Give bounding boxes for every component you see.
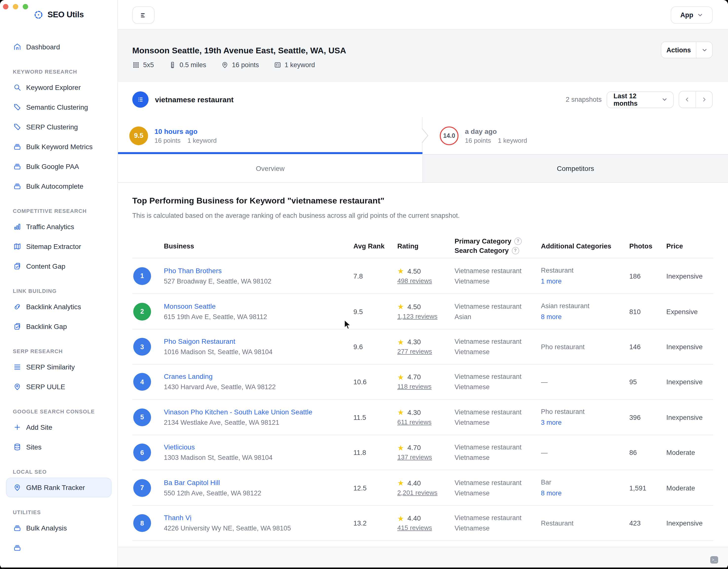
tab-competitors[interactable]: Competitors [422, 154, 728, 182]
help-icon[interactable]: ? [512, 247, 519, 254]
business-address: 1430 Harvard Ave, Seattle, WA 98122 [164, 382, 345, 392]
rank-cell: 5 [132, 408, 164, 426]
snapshot-tab-1[interactable]: 9.510 hours ago16 points1 keyword [118, 117, 422, 154]
ruler-icon [169, 61, 176, 69]
help-icon[interactable]: ? [514, 237, 522, 245]
sidebar-item-traffic-analytics[interactable]: Traffic Analytics [6, 217, 112, 236]
table-row: 8Thanh Vị4226 University Wy NE, Seattle,… [132, 506, 713, 541]
reviews-link[interactable]: 137 reviews [397, 453, 432, 461]
sidebar-item-sites[interactable]: Sites [6, 437, 112, 457]
date-range-select[interactable]: Last 12 months [607, 91, 674, 108]
actions-button[interactable]: Actions [661, 42, 696, 58]
sidebar-item-serp-uule[interactable]: SERP UULE [6, 377, 112, 397]
checklist-icon [274, 61, 281, 69]
business-meta-1-keyword: 1 keyword [274, 61, 315, 69]
reviews-link[interactable]: 277 reviews [397, 348, 432, 355]
actions-dropdown-button[interactable] [696, 42, 712, 58]
business-cell: Thanh Vị4226 University Wy NE, Seattle, … [164, 513, 345, 533]
more-categories-link[interactable]: 8 more [541, 488, 562, 498]
sidebar-item-dashboard[interactable]: Dashboard [6, 37, 112, 57]
sidebar-item-hidden[interactable] [6, 538, 112, 558]
business-link[interactable]: Cranes Landing [164, 372, 213, 381]
sidebar-item-bulk-autocomplete[interactable]: Bulk Autocomplete [6, 176, 112, 196]
business-link[interactable]: Ba Bar Capitol Hill [164, 477, 220, 487]
sidebar-item-sitemap-extractor[interactable]: Sitemap Extractor [6, 236, 112, 256]
overview-panel: Top Performing Business for Keyword "vie… [118, 183, 728, 541]
search-category: Vietnamese [455, 347, 537, 357]
sidebar-item-serp-clustering[interactable]: SERP Clustering [6, 117, 112, 137]
sidebar-section-header: KEYWORD RESEARCH [0, 69, 117, 75]
sidebar-item-keyword-explorer[interactable]: Keyword Explorer [6, 78, 112, 97]
more-categories-link[interactable]: 8 more [541, 312, 562, 322]
date-range-label: Last 12 months [613, 92, 661, 107]
close-button[interactable] [3, 4, 8, 9]
next-snapshot-button[interactable] [695, 91, 712, 108]
terminal-icon[interactable]: >_ [710, 556, 718, 564]
sidebar-item-add-site[interactable]: Add Site [6, 417, 112, 437]
app-menu-button[interactable]: App [671, 6, 713, 24]
rating-cell: ★4.402,201 reviews [389, 479, 451, 497]
app-title: SEO Utils [48, 10, 84, 19]
avg-rank-value: 13.2 [353, 520, 367, 527]
reviews-link[interactable]: 118 reviews [397, 383, 432, 390]
sidebar-item-semantic-clustering[interactable]: Semantic Clustering [6, 97, 112, 117]
keyword-list-icon [132, 91, 149, 108]
reviews-link[interactable]: 415 reviews [397, 524, 432, 531]
sidebar-item-bulk-keyword-metrics[interactable]: Bulk Keyword Metrics [6, 137, 112, 156]
avg-rank-value: 11.5 [353, 414, 366, 421]
sidebar-item-label: SERP Similarity [26, 363, 75, 371]
rank-badge: 4 [133, 373, 151, 391]
app-menu-label: App [680, 11, 693, 19]
sidebar-item-backlink-gap[interactable]: Backlink Gap [6, 317, 112, 336]
reviews-link[interactable]: 498 reviews [397, 277, 432, 284]
star-icon: ★ [397, 303, 404, 310]
photos-value: 396 [629, 414, 641, 421]
business-link[interactable]: Vinason Pho Kitchen - South Lake Union S… [164, 407, 312, 417]
lines-icon [13, 363, 21, 371]
home-icon [13, 43, 21, 51]
rating-value: 4.50 [407, 303, 421, 311]
prev-snapshot-button[interactable] [679, 91, 695, 108]
business-link[interactable]: Monsoon Seattle [164, 301, 216, 311]
sidebar-item-bulk-analysis[interactable]: Bulk Analysis [6, 518, 112, 538]
additional-category: Restaurant [541, 265, 626, 275]
avg-rank-cell: 11.8 [345, 448, 389, 457]
sidebar-section-header: GOOGLE SEARCH CONSOLE [0, 409, 117, 414]
main-area: App Monsoon Seattle, 19th Avenue East, S… [118, 0, 728, 569]
table-row: 6Vietlicious1303 Madison St, Seattle, WA… [132, 435, 713, 470]
business-address: 527 Broadway E, Seattle, WA 98102 [164, 276, 345, 286]
business-link[interactable]: Thanh Vị [164, 513, 192, 523]
sidebar-item-serp-similarity[interactable]: SERP Similarity [6, 357, 112, 377]
rank-cell: 6 [132, 444, 164, 461]
more-categories-link[interactable]: 3 more [541, 417, 562, 428]
reviews-link[interactable]: 611 reviews [397, 418, 432, 426]
table-row: 7Ba Bar Capitol Hill550 12th Ave, Seattl… [132, 470, 713, 506]
snapshot-keywords: 1 keyword [498, 136, 527, 144]
sidebar-item-bulk-google-paa[interactable]: Bulk Google PAA [6, 156, 112, 176]
tab-overview[interactable]: Overview [118, 154, 422, 182]
sidebar-item-backlink-analytics[interactable]: Backlink Analytics [6, 297, 112, 317]
snapshot-tab-2[interactable]: 14.0a day ago16 points1 keyword [422, 117, 728, 154]
avg-rank-cell: 9.5 [345, 307, 389, 316]
zoom-button[interactable] [23, 4, 28, 9]
reviews-link[interactable]: 1,123 reviews [397, 313, 438, 320]
more-categories-link[interactable]: 1 more [541, 276, 562, 287]
business-link[interactable]: Pho Than Brothers [164, 265, 222, 275]
plus-icon [13, 423, 21, 431]
sidebar-item-content-gap[interactable]: Content Gap [6, 256, 112, 276]
snapshot-keywords: 1 keyword [188, 136, 217, 144]
sidebar-item-gmb-rank-tracker[interactable]: GMB Rank Tracker [6, 478, 112, 497]
minimize-button[interactable] [13, 4, 18, 9]
photos-cell: 423 [626, 519, 663, 528]
business-link[interactable]: Pho Saigon Restaurant [164, 336, 235, 346]
business-link[interactable]: Vietlicious [164, 442, 195, 452]
main-topbar: App [118, 0, 728, 30]
rating-line: ★4.30 [397, 338, 451, 346]
sidebar-toggle-button[interactable] [132, 6, 154, 24]
rank-badge: 6 [133, 444, 151, 461]
sidebar-section-header: COMPETITIVE RESEARCH [0, 208, 117, 214]
category-cell: Vietnamese restaurantVietnamese [451, 265, 537, 286]
reviews-link[interactable]: 2,201 reviews [397, 489, 438, 496]
snapshot-score-badge: 9.5 [129, 126, 148, 145]
rank-cell: 8 [132, 514, 164, 532]
